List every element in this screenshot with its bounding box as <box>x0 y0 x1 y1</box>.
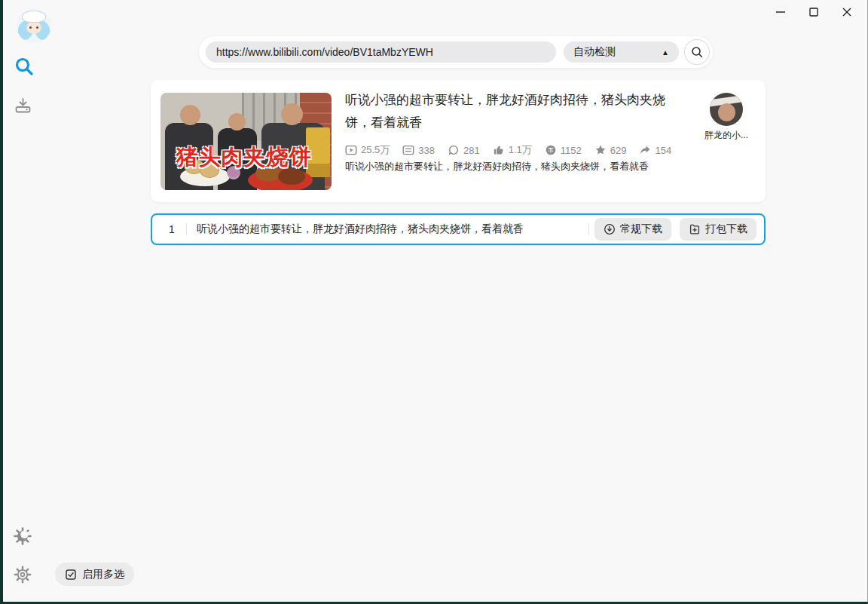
row-index: 1 <box>163 223 181 235</box>
stat-like: 1.1万 <box>493 143 532 157</box>
url-input[interactable] <box>206 41 556 63</box>
logo-face <box>26 21 41 34</box>
search-icon <box>690 45 704 59</box>
checkbox-icon <box>65 569 77 581</box>
stat-like-value: 1.1万 <box>509 143 532 157</box>
logo-eye <box>36 26 38 29</box>
detect-mode-dropdown[interactable]: 自动检测 ▲ <box>564 41 679 63</box>
uploader-avatar <box>710 93 743 126</box>
divider <box>186 223 187 235</box>
sidebar-downloads-tab[interactable] <box>14 96 32 118</box>
share-icon <box>639 144 651 156</box>
minimize-icon <box>775 7 786 17</box>
box-plus-icon <box>689 223 701 235</box>
thumbs-up-icon <box>493 144 505 156</box>
play-count-icon <box>345 144 357 156</box>
multi-select-label: 启用多选 <box>82 568 124 581</box>
divider <box>588 223 589 235</box>
stat-comment-value: 281 <box>463 145 480 156</box>
regular-download-button[interactable]: 常规下载 <box>594 218 671 241</box>
dark-mode-gear-icon <box>14 527 32 545</box>
stat-favorite-value: 629 <box>610 145 627 156</box>
logo-hat <box>22 11 46 23</box>
stat-share-value: 154 <box>655 145 671 156</box>
maximize-icon <box>808 7 819 17</box>
enable-multi-select-button[interactable]: 启用多选 <box>55 563 134 586</box>
uploader-name: 胖龙的小... <box>704 129 748 142</box>
window-edge-left <box>0 0 3 604</box>
stat-comment: 281 <box>448 144 480 156</box>
stat-share: 154 <box>639 144 671 156</box>
stat-coin-value: 1152 <box>561 145 582 156</box>
regular-download-label: 常规下载 <box>620 222 662 236</box>
stat-play: 25.5万 <box>345 143 390 157</box>
gear-icon <box>14 566 32 584</box>
thumb-person <box>281 103 303 125</box>
sidebar-search-tab[interactable] <box>14 56 35 80</box>
video-title[interactable]: 听说小强的超市要转让，胖龙好酒好肉招待，猪头肉夹烧饼，看着就香 <box>345 89 688 134</box>
chevron-up-icon: ▲ <box>662 48 669 57</box>
stat-danmaku-value: 338 <box>418 145 435 156</box>
thumb-person <box>180 105 200 125</box>
stat-play-value: 25.5万 <box>361 143 390 157</box>
stat-coin: 1152 <box>545 144 582 156</box>
video-stats: 25.5万 338 281 1.1万 <box>345 143 671 157</box>
settings-button[interactable] <box>14 566 32 587</box>
danmaku-icon <box>402 144 414 156</box>
row-title: 听说小强的超市要转让，胖龙好酒好肉招待，猪头肉夹烧饼，看着就香 <box>197 222 524 236</box>
theme-toggle-button[interactable] <box>14 527 32 548</box>
window-controls <box>764 0 863 24</box>
stat-favorite: 629 <box>594 144 627 156</box>
stat-danmaku: 338 <box>402 144 435 156</box>
video-description: 听说小强的超市要转让，胖龙好酒好肉招待，猪头肉夹烧饼，看着就香 <box>345 160 699 173</box>
uploader-face <box>718 103 735 121</box>
download-tray-icon <box>14 96 32 115</box>
thumbnail-caption: 猪头肉夹烧饼 <box>160 143 327 173</box>
maximize-button[interactable] <box>797 0 830 24</box>
app-logo-avatar[interactable] <box>17 8 51 43</box>
comment-icon <box>448 144 460 156</box>
star-icon <box>594 144 607 156</box>
close-icon <box>842 7 852 17</box>
package-download-label: 打包下载 <box>705 222 747 236</box>
video-thumbnail[interactable]: 猪头肉夹烧饼 <box>160 93 332 190</box>
coin-icon <box>545 144 557 156</box>
detect-mode-label: 自动检测 <box>573 45 616 59</box>
uploader[interactable]: 胖龙的小... <box>687 93 766 142</box>
search-bar: 自动检测 ▲ <box>199 36 713 68</box>
video-card: 猪头肉夹烧饼 听说小强的超市要转让，胖龙好酒好肉招待，猪头肉夹烧饼，看着就香 2… <box>151 80 766 202</box>
search-submit-button[interactable] <box>684 39 710 65</box>
minimize-button[interactable] <box>764 0 797 24</box>
download-circle-icon <box>604 223 616 235</box>
download-row[interactable]: 1 听说小强的超市要转让，胖龙好酒好肉招待，猪头肉夹烧饼，看着就香 常规下载 打… <box>151 213 766 245</box>
logo-eye <box>29 26 32 29</box>
close-button[interactable] <box>830 0 863 24</box>
thumb-person <box>228 113 246 130</box>
package-download-button[interactable]: 打包下载 <box>680 218 756 241</box>
search-icon <box>14 56 35 77</box>
